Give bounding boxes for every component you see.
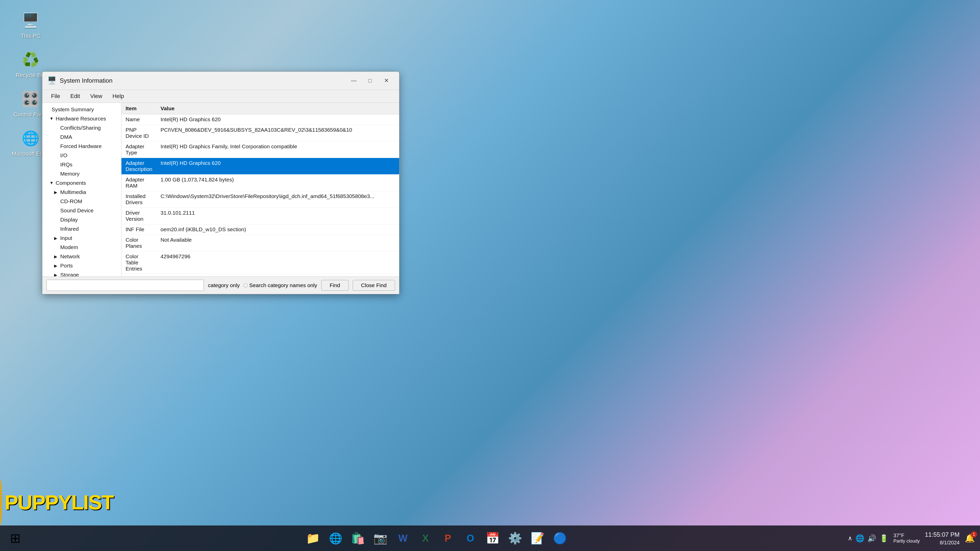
sidebar-item-memory[interactable]: Memory bbox=[42, 169, 121, 178]
sidebar-item-storage[interactable]: ▶ Storage bbox=[42, 270, 121, 276]
sidebar-item-io[interactable]: I/O bbox=[42, 151, 121, 160]
sidebar-label-infrared: Infrared bbox=[60, 226, 79, 232]
taskbar-apps: 📁 🌐 🛍️ 📷 W X P O 📅 ⚙️ 📝 🔵 bbox=[25, 528, 848, 548]
expand-icon-components: ▼ bbox=[49, 181, 54, 185]
puppy-avatar: 🐕 bbox=[0, 479, 2, 526]
menu-file[interactable]: File bbox=[46, 91, 65, 101]
table-row[interactable]: PNP Device IDPCI\VEN_8086&DEV_5916&SUBSY… bbox=[121, 125, 399, 142]
table-cell-value: Not Available bbox=[156, 235, 399, 252]
table-row[interactable]: INF Fileoem20.inf (iKBLD_w10_DS section) bbox=[121, 225, 399, 235]
sidebar-label-system-summary: System Summary bbox=[52, 107, 94, 113]
sidebar-item-network[interactable]: ▶ Network bbox=[42, 252, 121, 261]
table-row[interactable]: Adapter RAM1.00 GB (1,073,741,824 bytes) bbox=[121, 175, 399, 191]
sidebar-item-modem[interactable]: Modem bbox=[42, 243, 121, 252]
sidebar-label-io: I/O bbox=[60, 152, 67, 158]
minimize-button[interactable]: — bbox=[346, 75, 361, 86]
desktop: 🖥️ This PC ♻️ Recycle Bin 🎛️ Control Pan… bbox=[0, 0, 980, 551]
close-find-button[interactable]: Close Find bbox=[353, 280, 395, 291]
notification-bell-icon[interactable]: 🔔 1 bbox=[965, 533, 975, 543]
sidebar-item-dma[interactable]: DMA bbox=[42, 132, 121, 142]
table-cell-value: 1.00 GB (1,073,741,824 bytes) bbox=[156, 175, 399, 191]
menu-edit[interactable]: Edit bbox=[65, 91, 84, 101]
this-pc-icon: 🖥️ bbox=[21, 10, 41, 30]
sidebar-item-forced-hardware[interactable]: Forced Hardware bbox=[42, 142, 121, 151]
sidebar-item-components[interactable]: ▼ Components bbox=[42, 178, 121, 188]
expand-icon-hardware-resources: ▼ bbox=[49, 116, 54, 121]
sidebar-item-multimedia[interactable]: ▶ Multimedia bbox=[42, 188, 121, 197]
expand-icon-network: ▶ bbox=[54, 254, 59, 259]
notification-badge: 1 bbox=[971, 531, 977, 537]
taskbar-word[interactable]: W bbox=[393, 528, 413, 548]
find-button[interactable]: Find bbox=[321, 280, 348, 291]
sidebar-label-network: Network bbox=[60, 253, 80, 260]
start-button[interactable]: ⊞ bbox=[5, 528, 25, 548]
table-cell-item: Color Table Entries bbox=[121, 252, 156, 274]
sidebar-label-sound-device: Sound Device bbox=[60, 207, 94, 213]
window-controls: — □ ✕ bbox=[346, 75, 394, 86]
sidebar-item-display[interactable]: Display bbox=[42, 215, 121, 225]
data-table: Item Value NameIntel(R) HD Graphics 620P… bbox=[121, 103, 399, 276]
taskbar-outlook2[interactable]: 📅 bbox=[483, 528, 503, 548]
close-button[interactable]: ✕ bbox=[379, 75, 394, 86]
table-row[interactable]: Resolution1366 x 768 x 59 hertz bbox=[121, 274, 399, 277]
tray-chevron-icon[interactable]: ∧ bbox=[848, 535, 853, 542]
menu-view[interactable]: View bbox=[86, 91, 107, 101]
taskbar-outlook[interactable]: O bbox=[460, 528, 480, 548]
table-row[interactable]: Color Table Entries4294967296 bbox=[121, 252, 399, 274]
table-row[interactable]: Adapter TypeIntel(R) HD Graphics Family,… bbox=[121, 142, 399, 158]
sidebar-item-ports[interactable]: ▶ Ports bbox=[42, 261, 121, 270]
system-information-window: 🖥️ System Information — □ ✕ File Edit Vi… bbox=[42, 72, 399, 294]
table-cell-item: Adapter Type bbox=[121, 142, 156, 158]
taskbar-app2[interactable]: 🔵 bbox=[550, 528, 570, 548]
table-row[interactable]: NameIntel(R) HD Graphics 620 bbox=[121, 114, 399, 125]
sidebar-item-irqs[interactable]: IRQs bbox=[42, 160, 121, 169]
taskbar-powerpoint[interactable]: P bbox=[438, 528, 458, 548]
weather-widget[interactable]: 37°F Partly cloudy bbox=[894, 533, 920, 544]
taskbar-edge[interactable]: 🌐 bbox=[325, 528, 346, 548]
search-input[interactable] bbox=[46, 280, 204, 291]
taskbar-app1[interactable]: 📝 bbox=[528, 528, 548, 548]
search-category-label: category only bbox=[208, 282, 240, 288]
tray-volume-icon[interactable]: 🔊 bbox=[867, 534, 877, 543]
window-titlebar[interactable]: 🖥️ System Information — □ ✕ bbox=[42, 72, 399, 90]
control-panel-icon: 🎛️ bbox=[21, 89, 41, 109]
table-cell-item: INF File bbox=[121, 225, 156, 235]
desktop-icon-this-pc[interactable]: 🖥️ This PC bbox=[10, 10, 51, 39]
column-header-value: Value bbox=[156, 103, 399, 114]
table-row[interactable]: Color PlanesNot Available bbox=[121, 235, 399, 252]
puppylist-logo: 🐕 PUPPYLIST bbox=[0, 479, 112, 526]
sidebar-item-infrared[interactable]: Infrared bbox=[42, 225, 121, 234]
puppylist-text: PUPPYLIST bbox=[5, 491, 114, 514]
table-cell-value: oem20.inf (iKBLD_w10_DS section) bbox=[156, 225, 399, 235]
clock-time: 11:55:07 PM bbox=[925, 530, 959, 539]
taskbar-file-explorer[interactable]: 📁 bbox=[303, 528, 323, 548]
expand-icon-storage: ▶ bbox=[54, 272, 59, 277]
sidebar-item-conflicts-sharing[interactable]: Conflicts/Sharing bbox=[42, 123, 121, 132]
taskbar-store[interactable]: 🛍️ bbox=[348, 528, 368, 548]
table-row[interactable]: Adapter DescriptionIntel(R) HD Graphics … bbox=[121, 158, 399, 175]
table-cell-item: Color Planes bbox=[121, 235, 156, 252]
sidebar-item-cd-rom[interactable]: CD-ROM bbox=[42, 197, 121, 206]
menu-help[interactable]: Help bbox=[108, 91, 129, 101]
sidebar-item-hardware-resources[interactable]: ▼ Hardware Resources bbox=[42, 114, 121, 123]
system-clock[interactable]: 11:55:07 PM 8/1/2024 bbox=[925, 530, 959, 546]
sidebar-tree[interactable]: System Summary ▼ Hardware Resources Conf… bbox=[42, 103, 121, 276]
table-row[interactable]: Installed DriversC:\Windows\System32\Dri… bbox=[121, 191, 399, 208]
main-content-area: Item Value NameIntel(R) HD Graphics 620P… bbox=[121, 103, 399, 276]
taskbar: ⊞ 📁 🌐 🛍️ 📷 W X P O 📅 ⚙️ 📝 🔵 ∧ 🌐 🔊 🔋 bbox=[0, 526, 980, 551]
table-row[interactable]: Driver Version31.0.101.2111 bbox=[121, 208, 399, 225]
taskbar-settings[interactable]: ⚙️ bbox=[505, 528, 525, 548]
sidebar-item-input[interactable]: ▶ Input bbox=[42, 234, 121, 243]
taskbar-excel[interactable]: X bbox=[415, 528, 436, 548]
sidebar-label-hardware-resources: Hardware Resources bbox=[56, 116, 106, 122]
sidebar-item-sound-device[interactable]: Sound Device bbox=[42, 206, 121, 215]
sidebar-label-storage: Storage bbox=[60, 272, 79, 276]
search-names-checkbox[interactable] bbox=[244, 284, 247, 287]
sidebar-item-system-summary[interactable]: System Summary bbox=[42, 105, 121, 114]
search-names-checkbox-label[interactable]: Search category names only bbox=[244, 282, 317, 288]
tray-battery-icon[interactable]: 🔋 bbox=[880, 534, 888, 543]
maximize-button[interactable]: □ bbox=[363, 75, 378, 86]
tray-network-icon[interactable]: 🌐 bbox=[856, 534, 864, 543]
taskbar-photos[interactable]: 📷 bbox=[370, 528, 391, 548]
recycle-bin-label: Recycle Bin bbox=[16, 72, 45, 79]
